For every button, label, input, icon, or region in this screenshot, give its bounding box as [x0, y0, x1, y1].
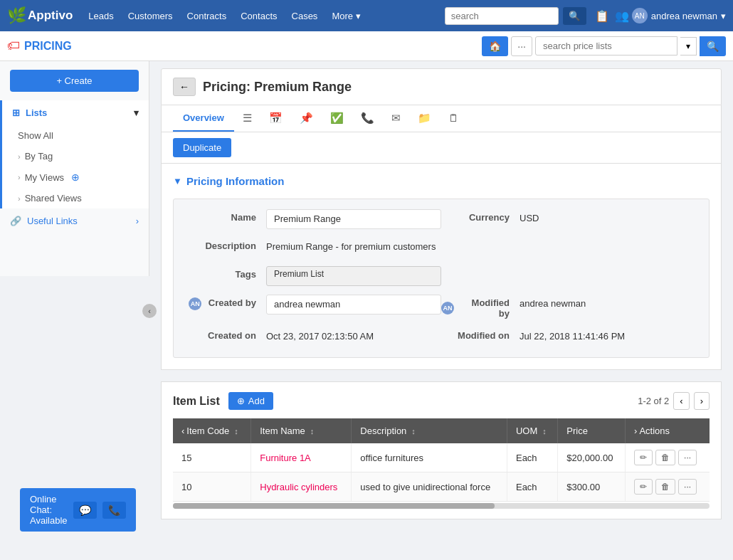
- sidebar-item-useful-links[interactable]: 🔗 Useful Links ›: [0, 208, 149, 233]
- pagination-text: 1-2 of 2: [638, 396, 669, 406]
- modified-on-label: Modified on: [441, 327, 520, 341]
- form-row-dates: Created on Oct 23, 2017 02:13:50 AM Modi…: [188, 327, 695, 347]
- sidebar-item-show-all[interactable]: Show All: [12, 125, 139, 146]
- my-views-add-icon[interactable]: ⊕: [71, 171, 80, 183]
- useful-links-label: Useful Links: [27, 216, 78, 226]
- col-item-code[interactable]: ‹ Item Code ↕: [173, 418, 251, 443]
- nav-contacts[interactable]: Contacts: [235, 8, 283, 24]
- name-label: Name: [188, 209, 266, 223]
- collapse-sidebar-button[interactable]: ‹: [142, 304, 157, 318]
- more-options-button[interactable]: ···: [511, 36, 532, 56]
- row1-more-button[interactable]: ···: [678, 450, 697, 465]
- item-list-title-group: Item List ⊕ Add: [173, 392, 273, 410]
- tab-folder-icon[interactable]: 📁: [409, 106, 440, 132]
- tab-phone-icon[interactable]: 📞: [352, 106, 383, 132]
- form-col-description: Description Premium Range - for premium …: [188, 238, 441, 258]
- logo-leaf-icon: 🌿: [7, 6, 26, 25]
- scroll-thumb[interactable]: [173, 503, 495, 509]
- nav-customers[interactable]: Customers: [122, 8, 179, 24]
- row2-name: Hydraulic cylinders: [251, 472, 352, 502]
- chat-button[interactable]: 💬: [73, 502, 97, 519]
- row1-edit-button[interactable]: ✏: [634, 450, 653, 465]
- back-button[interactable]: ←: [173, 78, 196, 96]
- tab-calendar-icon[interactable]: 📅: [260, 106, 291, 132]
- phone-button[interactable]: 📞: [102, 502, 126, 519]
- description-value: Premium Range - for premium customers: [266, 238, 441, 258]
- row2-more-button[interactable]: ···: [678, 479, 697, 495]
- item-list-header: Item List ⊕ Add 1-2 of 2 ‹ ›: [173, 392, 710, 410]
- lists-expand-icon: ▾: [134, 107, 139, 118]
- col-description-sort-icon[interactable]: ↕: [411, 427, 416, 435]
- app-logo[interactable]: 🌿 Apptivo: [7, 6, 73, 25]
- tab-check-icon[interactable]: ✅: [322, 106, 352, 132]
- online-chat-label: Online Chat: Available: [30, 494, 68, 526]
- tab-email-icon[interactable]: ✉: [383, 106, 409, 132]
- tab-overview[interactable]: Overview: [173, 105, 234, 132]
- col-item-code-label: Item Code: [186, 426, 229, 436]
- add-icon: ⊕: [237, 396, 245, 406]
- sidebar-item-lists[interactable]: ⊞ Lists ▾: [2, 100, 149, 125]
- sidebar-item-shared-views[interactable]: › Shared Views: [12, 188, 139, 208]
- table-body: 15 Furniture 1A office furnitures Each $…: [173, 443, 710, 502]
- col-item-name[interactable]: Item Name ↕: [251, 418, 352, 443]
- col-item-code-prev-icon: ‹: [181, 426, 184, 436]
- row2-edit-button[interactable]: ✏: [634, 479, 653, 495]
- clipboard-icon[interactable]: 📋: [595, 9, 609, 23]
- prev-page-button[interactable]: ‹: [673, 392, 689, 410]
- add-item-button[interactable]: ⊕ Add: [228, 392, 273, 410]
- modified-by-value: andrea newman: [520, 295, 695, 315]
- row1-name-link[interactable]: Furniture 1A: [260, 453, 311, 463]
- home-button[interactable]: 🏠: [482, 36, 508, 56]
- create-button[interactable]: + Create: [10, 70, 139, 92]
- user-name: andrea newman: [651, 11, 717, 21]
- my-views-expand-icon: ›: [18, 173, 21, 181]
- form-col-tags: Tags Premium List: [188, 266, 441, 286]
- nav-leads[interactable]: Leads: [83, 8, 119, 24]
- search-price-input[interactable]: [535, 36, 677, 56]
- col-actions-arrow-icon: ›: [634, 426, 637, 436]
- page-title: Pricing: Premium Range: [203, 80, 352, 95]
- col-description[interactable]: Description ↕: [352, 418, 507, 443]
- tab-table-icon[interactable]: ☰: [234, 106, 260, 132]
- sidebar-item-my-views[interactable]: › My Views ⊕: [12, 167, 139, 188]
- user-menu[interactable]: AN andrea newman ▾: [632, 8, 726, 23]
- search-dropdown-button[interactable]: ▾: [680, 37, 697, 56]
- user-dropdown-icon: ▾: [721, 11, 726, 21]
- row2-name-link[interactable]: Hydraulic cylinders: [260, 482, 337, 492]
- col-item-name-sort-icon[interactable]: ↕: [310, 427, 315, 435]
- next-page-button[interactable]: ›: [694, 392, 710, 410]
- online-chat-bar[interactable]: Online Chat: Available 💬 📞: [20, 488, 136, 532]
- sidebar-item-by-tag[interactable]: › By Tag: [12, 146, 139, 167]
- section-collapse-icon[interactable]: ▼: [173, 176, 182, 186]
- search-button[interactable]: 🔍: [563, 7, 586, 25]
- col-item-code-sort-icon[interactable]: ↕: [234, 427, 238, 435]
- created-by-avatar-icon: AN: [189, 297, 201, 310]
- duplicate-button[interactable]: Duplicate: [173, 138, 231, 157]
- col-uom-sort-icon[interactable]: ↕: [542, 427, 547, 435]
- sidebar-sub-menu: Show All › By Tag › My Views ⊕ › Shared …: [2, 125, 149, 208]
- show-all-label: Show All: [18, 130, 53, 141]
- row2-price: $300.00: [558, 472, 626, 502]
- tab-notes-icon[interactable]: 🗒: [440, 106, 468, 131]
- search-input[interactable]: [445, 7, 559, 25]
- users-icon[interactable]: 👥: [615, 9, 629, 23]
- sidebar: + Create ⊞ Lists ▾ Show All › By T: [0, 61, 149, 276]
- currency-label: Currency: [441, 209, 520, 223]
- main-layout: + Create ⊞ Lists ▾ Show All › By T: [0, 61, 733, 560]
- horizontal-scrollbar[interactable]: [173, 503, 710, 509]
- search-price-button[interactable]: 🔍: [700, 36, 726, 56]
- item-list-table: ‹ Item Code ↕ Item Name ↕: [173, 418, 710, 502]
- section-title: Pricing Information: [186, 175, 285, 187]
- row1-uom: Each: [507, 443, 557, 472]
- lists-section: ⊞ Lists ▾ Show All › By Tag › My V: [0, 100, 149, 208]
- row2-delete-button[interactable]: 🗑: [655, 479, 675, 495]
- nav-more[interactable]: More ▾: [326, 8, 366, 24]
- shared-views-label: Shared Views: [25, 193, 82, 204]
- nav-cases[interactable]: Cases: [286, 8, 324, 24]
- nav-contracts[interactable]: Contracts: [181, 8, 233, 24]
- row1-delete-button[interactable]: 🗑: [655, 450, 675, 465]
- col-uom[interactable]: UOM ↕: [507, 418, 557, 443]
- lists-label: Lists: [26, 107, 47, 118]
- modified-on-value: Jul 22, 2018 11:41:46 PM: [520, 327, 695, 347]
- tab-pin-icon[interactable]: 📌: [291, 106, 322, 132]
